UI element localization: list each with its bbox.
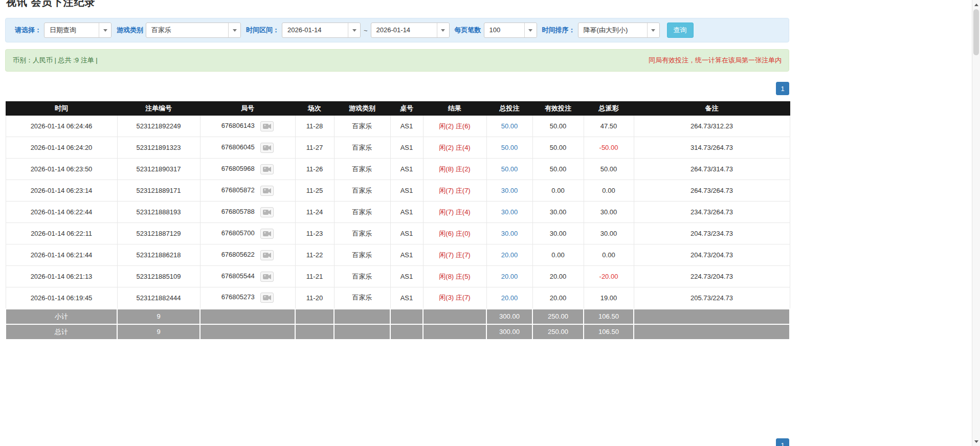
- video-preview-icon[interactable]: [260, 186, 274, 196]
- date-to-select[interactable]: 2026-01-14: [371, 23, 450, 38]
- remark-cell: 224.73/204.73: [634, 266, 790, 287]
- round-cell: 676805872: [200, 180, 295, 202]
- round-id: 676806143: [221, 122, 255, 129]
- vertical-scrollbar[interactable]: [972, 0, 980, 446]
- payout-cell: 30.00: [584, 223, 634, 244]
- table-no-cell: AS1: [390, 223, 423, 244]
- filter-bar: 请选择： 日期查询 游戏类别 百家乐 时间区间： 2026-01-14 ~ 20…: [5, 18, 789, 42]
- round-cell: 676806143: [200, 116, 295, 137]
- session-cell: 11-21: [295, 266, 334, 287]
- table-no-cell: AS1: [390, 137, 423, 159]
- column-header: 游戏类别: [334, 102, 390, 116]
- round-id: 676805544: [221, 272, 255, 280]
- result-player: 闲(7): [439, 187, 454, 194]
- subtotal-label: 小计: [6, 309, 117, 324]
- result-banker: 庄(4): [456, 208, 471, 216]
- game-type-cell: 百家乐: [334, 116, 390, 137]
- chevron-down-icon[interactable]: [524, 23, 537, 37]
- result-cell: 闲(8) 庄(5): [423, 266, 486, 287]
- summary-left-text: 币别：人民币 | 总共 :9 注单 |: [13, 56, 98, 65]
- game-type-value: 百家乐: [146, 23, 228, 37]
- remark-cell: 205.73/224.73: [634, 287, 790, 309]
- total-bet-link[interactable]: 50.00: [486, 116, 532, 137]
- empty-cell: [423, 309, 486, 324]
- session-cell: 11-26: [295, 159, 334, 180]
- total-bet-link[interactable]: 30.00: [486, 202, 532, 223]
- search-button[interactable]: 查询: [667, 23, 694, 38]
- result-cell: 闲(2) 庄(6): [423, 116, 486, 137]
- result-banker: 庄(5): [456, 273, 471, 280]
- column-header: 时间: [6, 102, 117, 116]
- empty-cell: [390, 309, 423, 324]
- table-row: 2026-01-14 06:21:13 523121885109 6768055…: [6, 266, 790, 287]
- page-size-select[interactable]: 100: [484, 23, 537, 38]
- chevron-down-icon[interactable]: [99, 23, 111, 37]
- summary-warning-text: 同局有效投注，统一计算在该局第一张注单内: [649, 56, 782, 65]
- page-button-1[interactable]: 1: [776, 82, 789, 95]
- query-type-select[interactable]: 日期查询: [44, 23, 112, 38]
- round-cell: 676805544: [200, 266, 295, 287]
- empty-cell: [390, 324, 423, 340]
- date-to-value: 2026-01-14: [371, 23, 437, 37]
- result-player: 闲(6): [439, 230, 454, 237]
- time-cell: 2026-01-14 06:22:11: [6, 223, 117, 244]
- time-cell: 2026-01-14 06:23:14: [6, 180, 117, 202]
- video-preview-icon[interactable]: [260, 229, 274, 239]
- video-preview-icon[interactable]: [260, 272, 274, 282]
- payout-cell: -50.00: [584, 137, 634, 159]
- column-header: 桌号: [390, 102, 423, 116]
- game-type-select[interactable]: 百家乐: [146, 23, 241, 38]
- total-bet-link[interactable]: 50.00: [486, 137, 532, 159]
- total-bet-link[interactable]: 50.00: [486, 159, 532, 180]
- bet-id-cell: 523121889171: [117, 180, 200, 202]
- table-row: 2026-01-14 06:23:14 523121889171 6768058…: [6, 180, 790, 202]
- sort-value: 降幂(由大到小): [578, 23, 647, 37]
- page-title: 视讯 会员下注纪录: [6, 0, 789, 9]
- scrollbar-thumb[interactable]: [973, 9, 979, 55]
- total-row: 总计 9 300.00 250.00 106.50: [6, 324, 790, 340]
- result-player: 闲(8): [439, 273, 454, 280]
- table-no-cell: AS1: [390, 266, 423, 287]
- table-no-cell: AS1: [390, 287, 423, 309]
- video-preview-icon[interactable]: [260, 143, 274, 153]
- valid-bet-cell: 50.00: [532, 159, 584, 180]
- time-cell: 2026-01-14 06:21:44: [6, 244, 117, 266]
- scroll-down-icon[interactable]: [972, 438, 980, 445]
- query-type-value: 日期查询: [44, 23, 99, 37]
- valid-bet-cell: 50.00: [532, 116, 584, 137]
- page-button-1-bottom[interactable]: 1: [776, 438, 789, 446]
- total-bet-link[interactable]: 30.00: [486, 180, 532, 202]
- table-no-cell: AS1: [390, 159, 423, 180]
- bet-id-cell: 523121891323: [117, 137, 200, 159]
- page-size-label: 每页笔数: [455, 26, 481, 35]
- table-row: 2026-01-14 06:22:11 523121887129 6768057…: [6, 223, 790, 244]
- payout-cell: -20.00: [584, 266, 634, 287]
- video-preview-icon[interactable]: [260, 121, 274, 131]
- chevron-down-icon[interactable]: [437, 23, 449, 37]
- result-player: 闲(2): [439, 144, 454, 151]
- video-preview-icon[interactable]: [260, 164, 274, 174]
- subtotal-payout: 106.50: [584, 309, 634, 324]
- subtotal-total-bet: 300.00: [486, 309, 532, 324]
- video-preview-icon[interactable]: [260, 293, 274, 303]
- remark-cell: 264.73/314.73: [634, 159, 790, 180]
- video-preview-icon[interactable]: [260, 250, 274, 260]
- date-from-select[interactable]: 2026-01-14: [282, 23, 361, 38]
- main-content: 视讯 会员下注纪录 请选择： 日期查询 游戏类别 百家乐 时间区间： 2026-…: [5, 0, 789, 340]
- chevron-down-icon[interactable]: [228, 23, 240, 37]
- sort-select[interactable]: 降幂(由大到小): [578, 23, 660, 38]
- subtotal-valid-bet: 250.00: [532, 309, 584, 324]
- video-preview-icon[interactable]: [260, 207, 274, 217]
- total-bet-link[interactable]: 20.00: [486, 266, 532, 287]
- chevron-down-icon[interactable]: [647, 23, 659, 37]
- total-total-bet: 300.00: [486, 324, 532, 340]
- total-bet-link[interactable]: 20.00: [486, 244, 532, 266]
- total-bet-link[interactable]: 30.00: [486, 223, 532, 244]
- chevron-down-icon[interactable]: [348, 23, 360, 37]
- scroll-up-icon[interactable]: [972, 1, 980, 8]
- time-cell: 2026-01-14 06:23:50: [6, 159, 117, 180]
- result-player: 闲(2): [439, 122, 454, 130]
- total-label: 总计: [6, 324, 117, 340]
- table-row: 2026-01-14 06:22:44 523121888193 6768057…: [6, 202, 790, 223]
- total-bet-link[interactable]: 20.00: [486, 287, 532, 309]
